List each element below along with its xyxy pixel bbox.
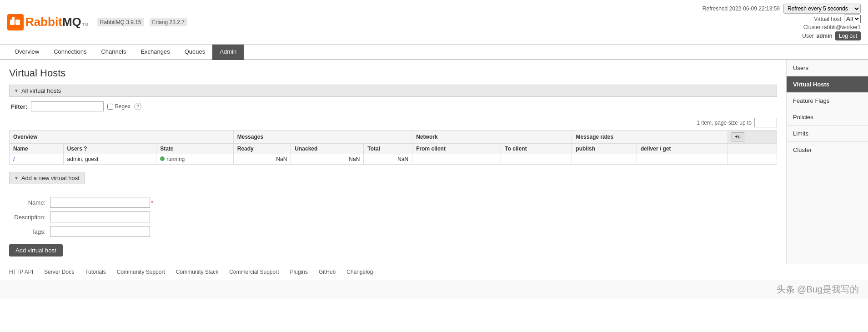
cell-users: admin, guest	[63, 154, 156, 165]
watermark: 头条 @Bug是我写的	[0, 280, 868, 299]
sidebar-item-feature-flags[interactable]: Feature Flags	[787, 93, 868, 109]
tags-label: Tags:	[9, 228, 50, 235]
cell-from-client	[412, 154, 501, 165]
footer-link-tutorials[interactable]: Tutorials	[85, 269, 106, 275]
footer-link-github[interactable]: GitHub	[319, 269, 336, 275]
network-group-header: Network	[412, 131, 572, 144]
col-unacked: Unacked	[291, 144, 364, 154]
nav-item-channels[interactable]: Channels	[94, 45, 133, 60]
col-from-client: From client	[412, 144, 501, 154]
tags-input[interactable]	[50, 226, 150, 237]
filter-row: Filter: Regex ?	[9, 101, 777, 111]
all-vhosts-section-header[interactable]: ▼ All virtual hosts	[9, 85, 777, 97]
description-input[interactable]	[50, 211, 150, 222]
cell-unacked: NaN	[291, 154, 364, 165]
rabbitmq-logo-icon	[7, 14, 24, 30]
sidebar-item-cluster[interactable]: Cluster	[787, 142, 868, 158]
cell-total: NaN	[364, 154, 412, 165]
sidebar-item-virtual-hosts[interactable]: Virtual Hosts	[787, 76, 868, 93]
nav-item-overview[interactable]: Overview	[7, 45, 46, 60]
user-value: admin	[817, 33, 833, 39]
cluster-label: Cluster	[803, 24, 821, 30]
all-vhosts-label: All virtual hosts	[21, 87, 61, 94]
plus-minus-btn-header[interactable]: +/-	[728, 131, 777, 144]
regex-help-icon[interactable]: ?	[134, 103, 141, 110]
footer-link-server-docs[interactable]: Server Docs	[44, 269, 74, 275]
col-empty	[728, 144, 777, 154]
footer-link-commercial-support[interactable]: Commercial Support	[229, 269, 279, 275]
regex-label[interactable]: Regex	[107, 103, 130, 110]
sidebar-item-limits[interactable]: Limits	[787, 126, 868, 142]
sidebar-item-users[interactable]: Users	[787, 60, 868, 76]
add-vhost-section-header[interactable]: ▼ Add a new virtual host	[9, 172, 85, 184]
logo-mq: MQ	[62, 15, 81, 29]
footer-link-community-support[interactable]: Community Support	[117, 269, 165, 275]
cell-state: running	[156, 154, 234, 165]
messages-group-header: Messages	[233, 131, 412, 144]
page-size-label: 1 item, page size up to	[697, 120, 752, 126]
footer-link-plugins[interactable]: Plugins	[290, 269, 308, 275]
description-label: Description:	[9, 214, 50, 221]
vhost-select[interactable]: All/	[844, 15, 861, 23]
user-label: User	[802, 33, 813, 39]
footer: HTTP APIServer DocsTutorialsCommunity Su…	[0, 264, 868, 280]
description-form-row: Description:	[9, 211, 777, 222]
cell-deliver-get	[637, 154, 728, 165]
name-form-row: Name: *	[9, 197, 777, 208]
name-input[interactable]	[50, 197, 150, 208]
logo-rabbit: Rabbit	[25, 15, 62, 29]
page-size-row: 1 item, page size up to 100	[9, 118, 777, 127]
refreshed-timestamp: Refreshed 2022-06-09 22:13:59	[702, 5, 780, 12]
version-badge: RabbitMQ 3.9.15	[97, 18, 144, 26]
col-total: Total	[364, 144, 412, 154]
overview-group-header: Overview	[10, 131, 234, 144]
logo: RabbitMQ TM	[7, 14, 88, 30]
page-title: Virtual Hosts	[9, 67, 777, 79]
cell-to-client	[501, 154, 572, 165]
col-users: Users ?	[63, 144, 156, 154]
nav-item-admin[interactable]: Admin	[212, 45, 244, 60]
version-info: RabbitMQ 3.9.15 Erlang 23.2.7	[97, 18, 187, 26]
col-deliver-get: deliver / get	[637, 144, 728, 154]
message-rates-group-header: Message rates	[572, 131, 728, 144]
regex-checkbox[interactable]	[107, 104, 113, 110]
regex-text: Regex	[115, 103, 130, 110]
footer-link-community-slack[interactable]: Community Slack	[176, 269, 218, 275]
col-ready: Ready	[233, 144, 291, 154]
add-virtual-host-button[interactable]: Add virtual host	[9, 244, 63, 257]
toggle-arrow-icon: ▼	[14, 88, 19, 93]
vhost-label: Virtual host	[814, 16, 841, 22]
col-publish: publish	[572, 144, 637, 154]
required-indicator: *	[151, 199, 153, 206]
tags-form-row: Tags:	[9, 226, 777, 237]
cluster-value: rabbit@worker1	[822, 24, 861, 30]
table-row: / admin, guest running NaN NaN NaN	[10, 154, 777, 165]
refresh-select[interactable]: Refresh every 5 secondsRefresh every 10 …	[783, 4, 861, 14]
plus-minus-button[interactable]: +/-	[732, 132, 744, 141]
sidebar: UsersVirtual HostsFeature FlagsPoliciesL…	[786, 60, 868, 264]
add-vhost-toggle-icon: ▼	[14, 176, 19, 181]
cell-ready: NaN	[233, 154, 291, 165]
filter-input[interactable]	[31, 101, 104, 111]
filter-label: Filter:	[11, 103, 27, 110]
nav-item-exchanges[interactable]: Exchanges	[133, 45, 177, 60]
col-state: State	[156, 144, 234, 154]
name-label: Name:	[9, 199, 50, 206]
footer-link-changelog[interactable]: Changelog	[346, 269, 373, 275]
nav-item-queues[interactable]: Queues	[177, 45, 213, 60]
add-vhost-label: Add a new virtual host	[21, 175, 80, 181]
page-size-input[interactable]: 100	[754, 118, 777, 127]
status-indicator	[160, 156, 165, 161]
erlang-badge: Erlang 23.2.7	[150, 18, 187, 26]
nav-item-connections[interactable]: Connections	[46, 45, 94, 60]
cell-publish	[572, 154, 637, 165]
cell-actions	[728, 154, 777, 165]
footer-link-http-api[interactable]: HTTP API	[9, 269, 33, 275]
main-nav: OverviewConnectionsChannelsExchangesQueu…	[0, 45, 868, 60]
cell-name[interactable]: /	[10, 154, 64, 165]
col-name: Name	[10, 144, 64, 154]
logout-button[interactable]: Log out	[835, 31, 861, 40]
sidebar-item-policies[interactable]: Policies	[787, 109, 868, 126]
col-to-client: To client	[501, 144, 572, 154]
header-right: Refreshed 2022-06-09 22:13:59 Refresh ev…	[702, 4, 861, 40]
